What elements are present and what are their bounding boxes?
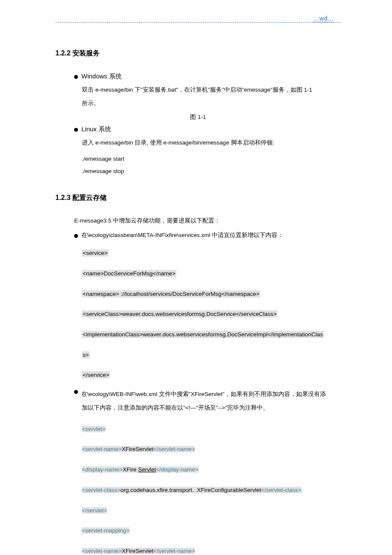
bullet-windows: Windows 系统 xyxy=(74,72,341,81)
code-impl-class-1: <implementationClass>weaver.docs.webserv… xyxy=(82,328,341,341)
web-xml-line1: 在\ecology\WEB-INF\web.xml 文件中搜索"XFireSer… xyxy=(81,391,326,397)
header-divider xyxy=(55,17,341,23)
page-header: ...wd... xyxy=(55,17,341,26)
code-service-namespace: <namespace> ://localhost/services/DocSer… xyxy=(82,288,341,301)
figure-1-1-caption: 图 1-1 xyxy=(55,113,341,121)
bullet-services-xml-text: 在\ecology\classbean\META-INF\xfire\servi… xyxy=(81,231,283,239)
section-install-service: 1.2.2 安装服务 Windows 系统 双击 e-message/bin 下… xyxy=(55,49,341,174)
windows-line1: 双击 e-message/bin 下"安装服务.bat"，在计算机"服务"中启动… xyxy=(82,87,312,93)
bullet-icon xyxy=(74,390,78,394)
code-display-name: <display-name>XFire Servlet</display-nam… xyxy=(82,463,341,476)
code-service-close: </service> xyxy=(82,369,341,382)
bullet-web-xml: 在\ecology\WEB-INF\web.xml 文件中搜索"XFireSer… xyxy=(74,387,341,401)
heading-122: 1.2.2 安装服务 xyxy=(55,49,341,58)
windows-paragraph: 双击 e-message/bin 下"安装服务.bat"，在计算机"服务"中启动… xyxy=(82,83,341,111)
code-servlet-class: <servlet-class>org.codehaus.xfire.transp… xyxy=(82,484,341,497)
heading-123: 1.2.3 配置云存储 xyxy=(55,194,341,202)
windows-line2: 所示。 xyxy=(82,100,100,107)
code-impl-class-2: s> xyxy=(82,349,341,361)
code-service-class: <serviceClass>weaver.docs.webservicesfor… xyxy=(82,308,341,321)
code-service-open: <service> xyxy=(82,247,341,260)
cmd-start: ./emessage start xyxy=(82,156,341,162)
web-xml-line2: 加以下内容，注意添加的内容不能在以"<!—"开场至"-->"完毕为注释中。 xyxy=(82,401,341,415)
code-servlet-name: <servlet-name>XFireServlet</servlet-name… xyxy=(82,443,341,456)
code-servlet-name-2: <servlet-name>XFireServlet</servlet-name… xyxy=(82,545,341,555)
header-label: ...wd... xyxy=(311,15,336,22)
bullet-icon xyxy=(74,128,78,132)
cmd-stop: ./emessage stop xyxy=(82,168,341,174)
section-cloud-storage: 1.2.3 配置云存储 E-message3.5 中增加云存储功能，需要进展以下… xyxy=(55,194,341,555)
bullet-icon xyxy=(74,234,78,238)
code-servlet-close: </servlet> xyxy=(82,504,341,517)
cloud-intro: E-message3.5 中增加云存储功能，需要进展以下配置： xyxy=(74,217,341,225)
bullet-web-xml-text: 在\ecology\WEB-INF\web.xml 文件中搜索"XFireSer… xyxy=(81,387,326,401)
code-servlet-mapping-open: <servlet-mapping> xyxy=(82,524,341,537)
bullet-linux-title: Linux 系统 xyxy=(81,125,111,133)
code-servlet-open: <servlet> xyxy=(82,423,341,436)
linux-paragraph: 进入 e-message/bin 目录, 使用 e-message/bin/em… xyxy=(82,136,341,150)
page: ...wd... 1.2.2 安装服务 Windows 系统 双击 e-mess… xyxy=(0,0,392,555)
bullet-windows-title: Windows 系统 xyxy=(81,72,122,81)
bullet-icon xyxy=(74,75,78,79)
bullet-services-xml: 在\ecology\classbean\META-INF\xfire\servi… xyxy=(74,231,341,239)
bullet-linux: Linux 系统 xyxy=(74,125,341,133)
code-service-name: <name>DocServiceForMsg</name> xyxy=(82,267,341,280)
